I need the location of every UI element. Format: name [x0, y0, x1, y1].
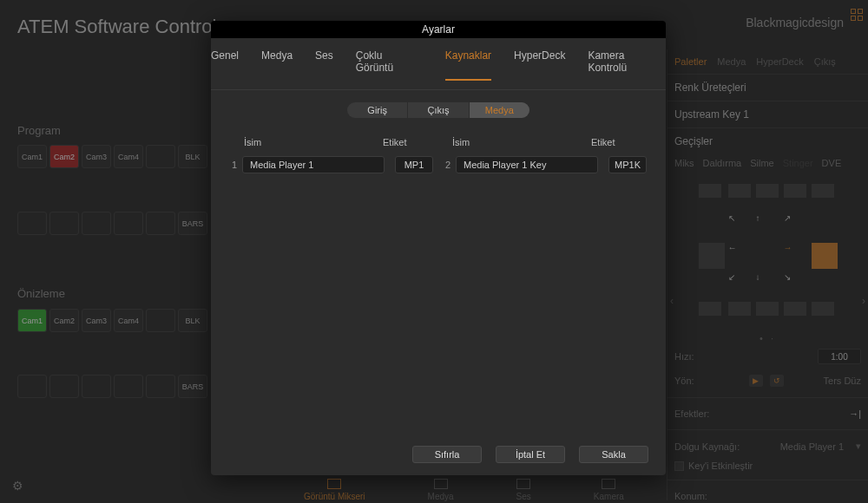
- right-tab-palettes[interactable]: Paletler: [674, 56, 707, 67]
- dve-pattern[interactable]: [812, 184, 834, 198]
- aux-source[interactable]: [82, 212, 111, 235]
- aux-source[interactable]: [49, 375, 79, 398]
- aux-source[interactable]: [17, 375, 47, 398]
- program-bus: Cam1 Cam2 Cam3 Cam4 BLK: [17, 145, 207, 168]
- reset-button[interactable]: Sıfırla: [412, 446, 482, 463]
- cancel-button[interactable]: İptal Et: [496, 446, 565, 463]
- trans-dip[interactable]: Daldırma: [703, 158, 742, 168]
- aux-source[interactable]: [146, 375, 175, 398]
- dve-pattern[interactable]: [812, 302, 834, 316]
- rate-input[interactable]: [818, 349, 861, 364]
- rate-label: Hızı:: [674, 351, 694, 362]
- aux-source[interactable]: [49, 212, 79, 235]
- aux-source[interactable]: [82, 375, 111, 398]
- page-dots: • ·: [667, 333, 868, 343]
- right-tab-output[interactable]: Çıkış: [814, 56, 836, 67]
- chevron-left-icon[interactable]: ‹: [667, 292, 676, 310]
- brand-label: Blackmagicdesign: [746, 16, 844, 29]
- dve-pattern[interactable]: [784, 302, 806, 316]
- reverse-label: Ters Düz: [824, 376, 861, 386]
- bottom-nav-media[interactable]: Medya: [428, 479, 454, 501]
- preview-source[interactable]: Cam2: [49, 309, 79, 332]
- source-label-input[interactable]: [395, 156, 433, 173]
- bottom-nav-switcher[interactable]: Görüntü Mikseri: [304, 479, 365, 501]
- bottom-nav-audio[interactable]: Ses: [516, 479, 531, 501]
- gear-icon[interactable]: ⚙: [12, 479, 23, 493]
- trans-stinger[interactable]: Stinger: [783, 158, 813, 168]
- preview-source[interactable]: [146, 309, 175, 332]
- key-checkbox[interactable]: [674, 461, 684, 471]
- chevron-right-icon[interactable]: ›: [859, 292, 868, 310]
- dve-pattern-selected[interactable]: [812, 243, 838, 269]
- save-button[interactable]: Sakla: [579, 446, 648, 463]
- row-index: 2: [444, 160, 450, 170]
- preview-label: Önizleme: [17, 287, 65, 300]
- segment-output[interactable]: Çıkış: [408, 102, 469, 118]
- program-source[interactable]: Cam3: [82, 145, 111, 168]
- right-tab-hyperdeck[interactable]: HyperDeck: [756, 56, 803, 67]
- preview-bus: Cam1 Cam2 Cam3 Cam4 BLK: [17, 309, 207, 332]
- program-source-blk[interactable]: BLK: [178, 145, 207, 168]
- tab-media[interactable]: Medya: [261, 49, 293, 81]
- dve-pattern[interactable]: [756, 302, 779, 316]
- right-panel: Paletler Medya HyperDeck Çıkış Renk Üret…: [667, 49, 868, 500]
- aux-source[interactable]: [146, 212, 175, 235]
- dve-pattern[interactable]: [728, 184, 751, 198]
- tab-audio[interactable]: Ses: [315, 49, 333, 81]
- source-name-input[interactable]: [242, 156, 385, 173]
- program-source[interactable]: Cam2: [49, 145, 79, 168]
- trans-dve[interactable]: DVE: [822, 158, 842, 168]
- aux-source-bars[interactable]: BARS: [178, 375, 207, 398]
- tab-hyperdeck[interactable]: HyperDeck: [514, 49, 565, 81]
- right-tab-media[interactable]: Medya: [717, 56, 746, 67]
- key-enable-label: Key'i Etkinleştir: [688, 461, 753, 471]
- program-source[interactable]: [146, 145, 175, 168]
- tab-camera-control[interactable]: Kamera Kontrolü: [588, 49, 666, 81]
- dve-pattern[interactable]: [784, 184, 806, 198]
- segment-input[interactable]: Giriş: [347, 102, 408, 118]
- source-segment: Giriş Çıkış Medya: [347, 102, 529, 118]
- col-name: İsim: [438, 137, 591, 147]
- preview-source[interactable]: Cam3: [82, 309, 111, 332]
- section-color-gen[interactable]: Renk Üreteçleri: [667, 74, 868, 101]
- aux-source[interactable]: [114, 375, 143, 398]
- chevron-down-icon: ▾: [856, 441, 861, 452]
- preview-source-blk[interactable]: BLK: [178, 309, 207, 332]
- fill-source-value[interactable]: Media Player 1: [780, 441, 844, 452]
- app-title: ATEM Software Control: [17, 16, 216, 38]
- aux-source-bars[interactable]: BARS: [178, 212, 207, 235]
- fill-source-label: Dolgu Kaynağı:: [674, 441, 740, 452]
- segment-media[interactable]: Medya: [470, 102, 529, 118]
- play-icon[interactable]: ▶: [749, 375, 763, 387]
- program-source[interactable]: Cam1: [17, 145, 47, 168]
- tab-multiview[interactable]: Çoklu Görüntü: [356, 49, 423, 81]
- brand-logo: [851, 9, 863, 21]
- preview-source[interactable]: Cam1: [17, 309, 47, 332]
- preview-source[interactable]: Cam4: [114, 309, 143, 332]
- source-row: 1 2: [230, 156, 647, 173]
- settings-tabs: Genel Medya Ses Çoklu Görüntü Kaynaklar …: [211, 38, 666, 90]
- section-transitions[interactable]: Geçişler: [667, 127, 868, 154]
- dve-pattern[interactable]: [699, 243, 725, 269]
- aux-source[interactable]: [17, 212, 47, 235]
- dve-pattern[interactable]: [728, 302, 751, 316]
- bottom-nav-camera[interactable]: Kamera: [594, 479, 624, 501]
- aux-source[interactable]: [114, 212, 143, 235]
- program-source[interactable]: Cam4: [114, 145, 143, 168]
- source-name-input[interactable]: [456, 156, 598, 173]
- preview-aux-bus: BARS: [17, 375, 207, 398]
- col-label: Etiket: [591, 137, 635, 147]
- col-name: İsim: [230, 137, 383, 147]
- dve-pattern-grid: ↖↑↗ ←→ ↙↓↘: [699, 184, 838, 328]
- dve-pattern[interactable]: [699, 184, 721, 198]
- row-index: 1: [230, 160, 237, 170]
- trans-mix[interactable]: Miks: [674, 158, 694, 168]
- dve-pattern[interactable]: [756, 184, 779, 198]
- tab-sources[interactable]: Kaynaklar: [445, 49, 491, 81]
- tab-general[interactable]: Genel: [211, 49, 239, 81]
- source-label-input[interactable]: [608, 156, 647, 173]
- loop-icon[interactable]: ↺: [770, 375, 784, 387]
- trans-wipe[interactable]: Silme: [750, 158, 774, 168]
- section-upstream-key[interactable]: Upstream Key 1: [667, 101, 868, 127]
- dve-pattern[interactable]: [699, 302, 721, 316]
